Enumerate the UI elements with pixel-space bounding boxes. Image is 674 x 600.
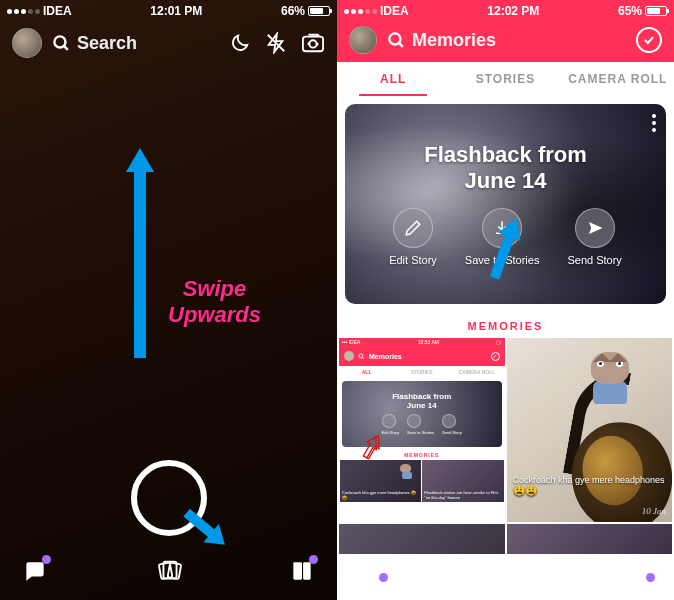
tab-all[interactable]: ALL bbox=[337, 62, 449, 96]
memory-date: 10 Jan bbox=[642, 506, 666, 516]
svg-point-16 bbox=[359, 353, 363, 357]
tab-stories[interactable]: STORIES bbox=[449, 62, 561, 96]
memories-grid: ••• IDEA10:53 AM▢ Memories ✓ ALLSTORIESC… bbox=[337, 338, 674, 554]
memories-button[interactable] bbox=[493, 576, 519, 600]
memories-screen: IDEA 12:02 PM 65% Memories ALL STORIES bbox=[337, 0, 674, 600]
svg-marker-14 bbox=[589, 222, 603, 234]
chat-button[interactable] bbox=[359, 576, 385, 600]
svg-marker-6 bbox=[179, 503, 233, 554]
svg-line-13 bbox=[399, 42, 403, 46]
stories-button[interactable] bbox=[626, 576, 652, 600]
signal-icon bbox=[7, 9, 40, 14]
search-icon bbox=[387, 31, 406, 50]
stories-badge bbox=[309, 555, 318, 564]
svg-rect-4 bbox=[303, 37, 323, 52]
save-pointer-arrow bbox=[475, 214, 535, 288]
svg-line-17 bbox=[362, 357, 363, 358]
bottom-nav bbox=[337, 576, 674, 600]
memory-tile[interactable] bbox=[339, 524, 505, 554]
svg-rect-10 bbox=[293, 562, 302, 579]
memory-caption: Cockroach kha gye mere headphones 😩😩 bbox=[513, 475, 667, 496]
flip-camera-icon[interactable] bbox=[301, 32, 325, 54]
red-arrow-icon bbox=[359, 432, 385, 466]
svg-line-1 bbox=[64, 45, 68, 49]
signal-icon bbox=[344, 9, 377, 14]
battery-label: 65% bbox=[618, 4, 642, 18]
profile-avatar[interactable] bbox=[349, 26, 377, 54]
status-bar: IDEA 12:02 PM 65% bbox=[337, 0, 674, 20]
search-icon bbox=[52, 34, 71, 53]
stories-button[interactable] bbox=[289, 558, 315, 584]
send-icon bbox=[575, 208, 615, 248]
status-bar: IDEA 12:01 PM 66% bbox=[0, 0, 337, 20]
memories-pointer-arrow bbox=[175, 498, 235, 562]
svg-rect-20 bbox=[638, 580, 644, 595]
memory-tile[interactable] bbox=[507, 524, 673, 554]
svg-rect-18 bbox=[499, 579, 510, 593]
svg-rect-11 bbox=[303, 562, 311, 579]
svg-marker-5 bbox=[126, 148, 154, 358]
tab-cameraroll[interactable]: CAMERA ROLL bbox=[562, 62, 674, 96]
battery-icon bbox=[308, 6, 330, 16]
profile-avatar[interactable] bbox=[12, 28, 42, 58]
battery-icon bbox=[645, 6, 667, 16]
night-mode-icon[interactable] bbox=[229, 32, 251, 54]
mini-screenshot: ••• IDEA10:53 AM▢ Memories ✓ ALLSTORIESC… bbox=[339, 338, 505, 522]
svg-marker-15 bbox=[483, 214, 527, 282]
chat-badge bbox=[42, 555, 51, 564]
swipe-up-arrow bbox=[124, 148, 156, 362]
flash-icon[interactable] bbox=[265, 32, 287, 54]
pencil-icon bbox=[393, 208, 433, 248]
svg-point-0 bbox=[54, 36, 65, 47]
search-button[interactable]: Search bbox=[52, 33, 219, 54]
swipe-caption: SwipeUpwards bbox=[168, 276, 261, 329]
header-title: Memories bbox=[412, 30, 496, 51]
clock-label: 12:02 PM bbox=[487, 4, 539, 18]
send-story-button[interactable]: Send Story bbox=[567, 208, 621, 266]
svg-rect-9 bbox=[167, 563, 181, 580]
svg-rect-19 bbox=[630, 580, 637, 595]
memories-tabs: ALL STORIES CAMERA ROLL bbox=[337, 62, 674, 96]
carrier-label: IDEA bbox=[380, 4, 409, 18]
top-bar: Search bbox=[0, 20, 337, 66]
chat-button[interactable] bbox=[22, 558, 48, 584]
chat-badge bbox=[379, 573, 388, 582]
edit-story-button[interactable]: Edit Story bbox=[389, 208, 437, 266]
carrier-label: IDEA bbox=[43, 4, 72, 18]
memories-header: Memories bbox=[337, 20, 674, 62]
cat-sticker-icon bbox=[588, 352, 632, 402]
camera-screen: IDEA 12:01 PM 66% Search bbox=[0, 0, 337, 600]
stories-badge bbox=[646, 573, 655, 582]
flashback-title: Flashback fromJune 14 bbox=[424, 142, 587, 195]
memory-tile[interactable]: ••• IDEA10:53 AM▢ Memories ✓ ALLSTORIESC… bbox=[339, 338, 505, 522]
search-label: Search bbox=[77, 33, 137, 54]
memory-tile[interactable]: Cockroach kha gye mere headphones 😩😩 10 … bbox=[507, 338, 673, 522]
svg-point-12 bbox=[389, 33, 400, 44]
memories-section-header: MEMORIES bbox=[337, 312, 674, 338]
search-button[interactable]: Memories bbox=[387, 30, 626, 51]
battery-label: 66% bbox=[281, 4, 305, 18]
clock-label: 12:01 PM bbox=[150, 4, 202, 18]
select-button[interactable] bbox=[636, 27, 662, 53]
bottom-nav bbox=[0, 542, 337, 600]
